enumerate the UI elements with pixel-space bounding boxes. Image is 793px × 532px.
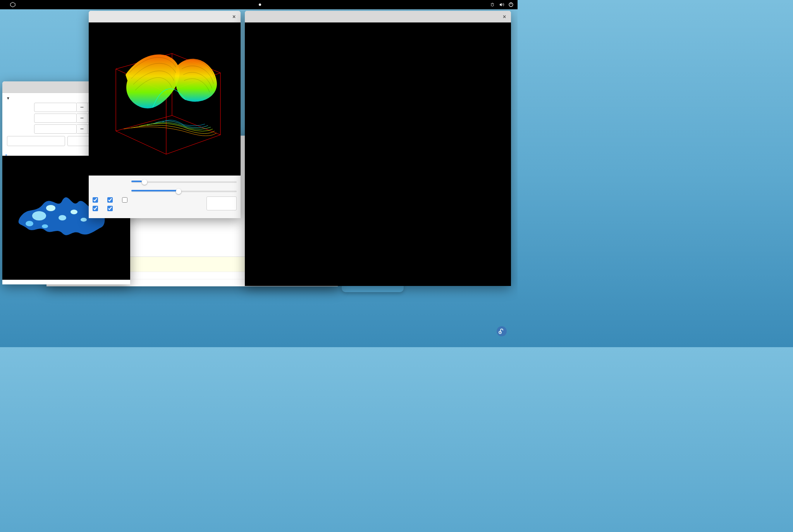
unknown-pleasures-window: × [245, 11, 511, 286]
julia-status [2, 280, 130, 284]
input-imag-c[interactable] [34, 114, 77, 123]
svg-point-19 [499, 331, 501, 334]
svg-point-11 [42, 224, 48, 228]
tab-messages[interactable] [14, 150, 15, 155]
close-icon[interactable]: × [231, 13, 237, 20]
unknown-titlebar[interactable]: × [245, 11, 511, 22]
unknown-canvas [245, 22, 511, 286]
quit-button[interactable] [93, 211, 237, 215]
check-facets[interactable] [122, 197, 129, 203]
expander-icon[interactable]: ▼ [6, 96, 10, 100]
azimuth-slider[interactable] [131, 181, 237, 183]
volume-icon[interactable] [499, 2, 504, 7]
active-app[interactable] [10, 2, 18, 7]
spin-minus[interactable]: − [77, 124, 88, 134]
check-base-contours[interactable] [107, 206, 114, 211]
svg-point-6 [58, 215, 66, 220]
ridgeline-plot [295, 59, 461, 245]
plplot-canvas [89, 22, 241, 176]
check-surface-contours[interactable] [93, 206, 100, 211]
gnome-topbar [0, 0, 518, 9]
svg-point-7 [71, 210, 77, 214]
svg-point-10 [26, 221, 33, 226]
spin-minus[interactable]: − [77, 114, 88, 123]
close-icon[interactable]: × [501, 13, 508, 20]
input-iterations[interactable] [34, 124, 77, 134]
plplot-titlebar[interactable]: × [89, 11, 241, 22]
input-real-c[interactable] [34, 103, 77, 112]
power-icon[interactable] [508, 2, 514, 7]
plplot-window: × [89, 11, 241, 218]
notification-dot-icon [259, 3, 261, 6]
check-colour-level[interactable] [107, 197, 114, 203]
svg-marker-0 [10, 2, 15, 7]
dump-screen-button[interactable] [206, 196, 237, 210]
compute-button[interactable] [7, 136, 65, 146]
network-icon[interactable] [490, 2, 495, 7]
fedora-logo-icon [497, 326, 507, 336]
tab-graphics[interactable] [5, 150, 7, 155]
fedora-watermark [497, 326, 509, 336]
svg-point-4 [32, 211, 46, 220]
check-rosen[interactable] [93, 197, 100, 203]
app-icon [10, 2, 15, 7]
spin-minus[interactable]: − [77, 103, 88, 112]
svg-point-8 [81, 218, 87, 222]
svg-point-5 [46, 205, 55, 211]
